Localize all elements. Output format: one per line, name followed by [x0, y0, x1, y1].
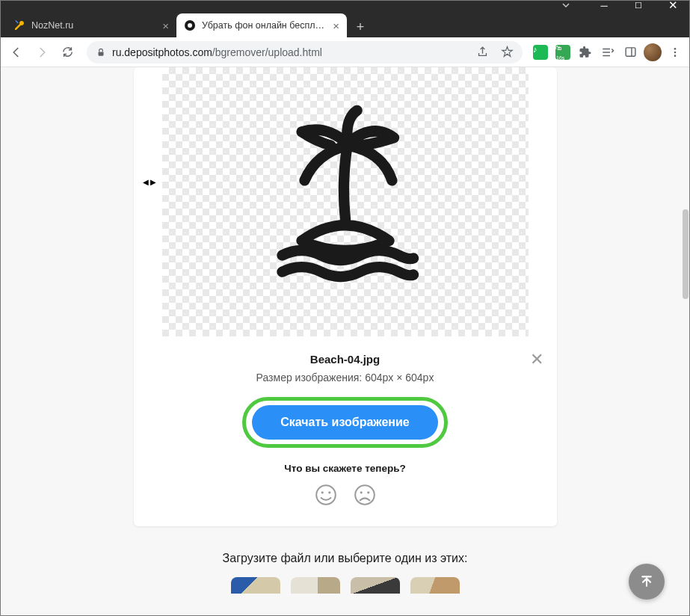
close-icon[interactable]: × [162, 19, 169, 32]
site-favicon [184, 19, 196, 31]
svg-point-7 [674, 51, 677, 53]
highlight-box: Скачать изображение [242, 397, 448, 448]
arrow-up-icon [639, 574, 654, 589]
tab-title: NozNet.ru [31, 20, 156, 31]
extensions-puzzle-icon[interactable] [576, 43, 594, 61]
sample-thumb[interactable] [351, 577, 400, 594]
arrow-left-icon [10, 46, 23, 59]
svg-point-13 [360, 491, 362, 493]
lock-icon [96, 47, 106, 58]
svg-point-11 [328, 491, 330, 493]
browser-tab-inactive[interactable]: NozNet.ru × [6, 13, 176, 37]
sample-thumb[interactable] [410, 577, 460, 594]
happy-face-icon[interactable] [314, 483, 338, 507]
svg-rect-4 [626, 48, 635, 56]
compare-slider-handle[interactable]: ◀ ▶ [143, 178, 157, 186]
sample-thumb[interactable] [231, 577, 280, 594]
reload-icon [61, 46, 74, 58]
star-icon[interactable] [501, 46, 514, 58]
sad-face-icon[interactable] [353, 483, 377, 507]
svg-point-2 [188, 23, 192, 28]
extension-bag-icon[interactable]: 🛍 [554, 43, 572, 61]
sample-thumbnails [0, 577, 690, 594]
filename-label: Beach-04.jpg [134, 353, 557, 366]
close-icon[interactable]: × [333, 19, 339, 32]
upload-prompt: Загрузите файл или выберите один из этих… [0, 552, 690, 565]
profile-avatar[interactable] [644, 43, 662, 61]
download-button[interactable]: Скачать изображение [252, 405, 438, 440]
close-card-button[interactable]: ✕ [530, 350, 543, 369]
extension-music-icon[interactable]: ♪ [532, 43, 549, 61]
svg-rect-3 [99, 52, 104, 55]
back-button[interactable] [6, 42, 27, 63]
scrollbar-thumb[interactable] [683, 209, 689, 299]
svg-point-9 [316, 485, 336, 505]
svg-point-10 [321, 491, 323, 493]
sample-thumb[interactable] [291, 577, 340, 594]
svg-point-8 [674, 55, 677, 57]
svg-rect-0 [15, 20, 19, 24]
browser-tab-active[interactable]: Убрать фон онлайн бесплатно × × [176, 13, 347, 37]
image-preview [162, 67, 529, 336]
window-close-button[interactable]: ✕ [656, 0, 690, 12]
arrow-right-icon [35, 46, 49, 59]
window-titlebar: ─ ☐ ✕ [0, 0, 690, 10]
window-minimize-button[interactable]: ─ [587, 0, 621, 11]
feedback-question: Что вы скажете теперь? [134, 463, 557, 474]
svg-point-14 [367, 491, 369, 493]
svg-point-6 [674, 48, 677, 50]
url-text: ru.depositphotos.com/bgremover/upload.ht… [112, 46, 322, 58]
browser-toolbar: ru.depositphotos.com/bgremover/upload.ht… [0, 37, 690, 67]
feedback-faces [134, 483, 557, 507]
dimensions-label: Размер изображения: 604px × 604px [134, 372, 557, 384]
wrench-icon [13, 19, 25, 31]
address-bar[interactable]: ru.depositphotos.com/bgremover/upload.ht… [87, 41, 523, 64]
menu-icon[interactable] [666, 43, 684, 61]
palm-island-icon [248, 105, 443, 299]
reload-button[interactable] [57, 42, 78, 63]
forward-button[interactable] [31, 42, 52, 63]
share-icon[interactable] [476, 46, 489, 58]
side-panel-icon[interactable] [621, 43, 639, 61]
reading-list-icon[interactable] [599, 43, 617, 61]
window-maximize-button[interactable]: ☐ [621, 1, 656, 10]
new-tab-button[interactable]: + [350, 16, 371, 37]
tab-title: Убрать фон онлайн бесплатно × [202, 20, 327, 31]
tab-strip: NozNet.ru × Убрать фон онлайн бесплатно … [0, 10, 690, 37]
scroll-top-button[interactable] [629, 564, 665, 600]
chevron-down-icon[interactable] [561, 0, 571, 10]
result-card: ◀ ▶ [134, 67, 557, 526]
svg-point-12 [355, 485, 375, 505]
page-content: ◀ ▶ [0, 67, 690, 616]
